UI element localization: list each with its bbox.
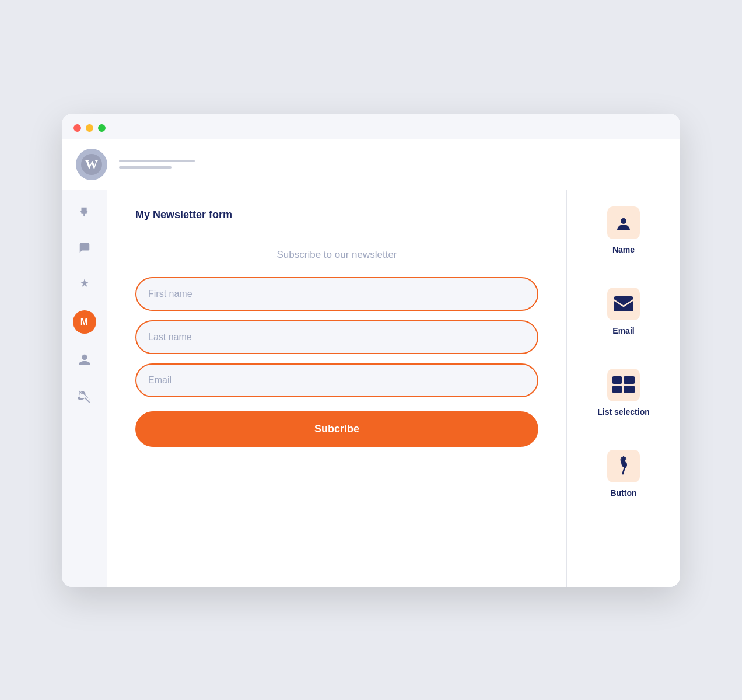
person-icon[interactable] [75,350,94,370]
svg-text:W: W [85,157,98,172]
svg-rect-6 [614,296,634,312]
button-item[interactable]: Button [567,433,680,514]
main-area: M My Newsletter form Subscribe to our ne… [62,190,680,587]
name-item[interactable]: 😊 Name [567,190,680,271]
last-name-input[interactable] [135,320,538,354]
list-selection-label: List selection [597,407,649,416]
traffic-lights [74,124,106,132]
svg-point-3 [621,218,626,224]
svg-point-4 [626,216,631,221]
maximize-button[interactable] [98,124,106,132]
button-icon [607,450,640,482]
left-sidebar: M [62,190,107,587]
wrench-icon[interactable] [75,386,94,406]
email-icon [607,288,640,320]
list-selection-item[interactable]: List selection [567,352,680,433]
newsletter-subtitle: Subscribe to our newsletter [135,249,538,261]
right-sidebar: 😊 Name Email List selection Button [566,190,680,587]
header-line-2 [119,166,172,169]
email-input[interactable] [135,363,538,397]
header: W [62,139,680,190]
header-line-1 [119,160,195,162]
minimize-button[interactable] [86,124,93,132]
avatar-initials: M [80,317,88,327]
svg-rect-9 [612,386,622,393]
button-label: Button [610,488,636,498]
user-avatar[interactable]: M [73,310,96,334]
list-icon [607,369,640,401]
subscribe-button[interactable]: Subcribe [135,411,538,447]
first-name-input[interactable] [135,277,538,311]
name-icon: 😊 [607,206,640,239]
wp-logo: W [76,149,107,180]
thumbtack-icon[interactable] [75,274,94,294]
comment-icon[interactable] [75,238,94,258]
browser-window: W [62,114,680,587]
name-label: Name [612,245,635,254]
header-lines [119,160,195,169]
form-title: My Newsletter form [135,209,538,221]
email-label: Email [612,326,634,335]
svg-rect-10 [624,386,635,393]
svg-rect-8 [624,376,635,384]
close-button[interactable] [74,124,81,132]
svg-rect-7 [612,376,622,384]
content-area: My Newsletter form Subscribe to our news… [107,190,566,587]
pin-icon[interactable] [75,202,94,222]
svg-point-12 [625,459,629,463]
email-item[interactable]: Email [567,271,680,352]
title-bar [62,114,680,139]
